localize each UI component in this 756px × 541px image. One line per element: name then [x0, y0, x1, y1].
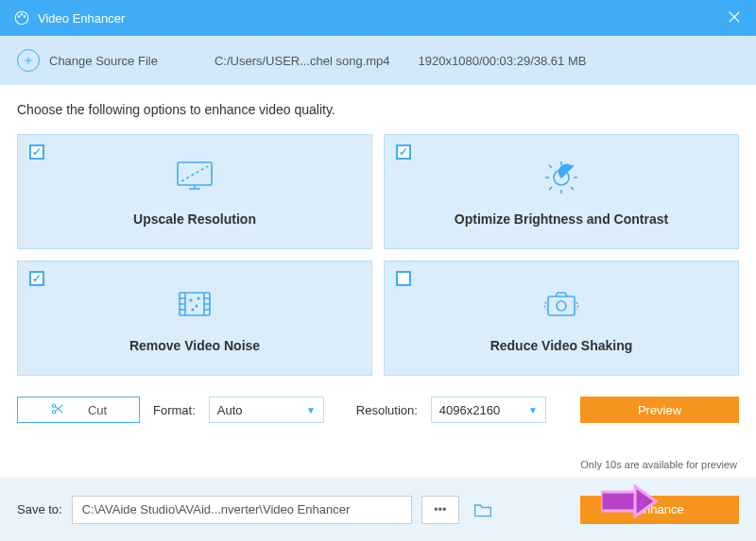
content-area: Choose the following options to enhance …	[0, 85, 756, 478]
save-to-label: Save to:	[17, 502, 62, 516]
film-icon	[172, 283, 217, 325]
svg-point-8	[196, 305, 198, 307]
svg-rect-11	[548, 296, 575, 315]
card-title: Upscale Resolution	[133, 211, 256, 227]
svg-point-9	[192, 309, 194, 311]
controls-row: Cut Format: Auto ▼ Resolution: 4096x2160…	[17, 397, 739, 423]
resolution-dropdown[interactable]: 4096x2160 ▼	[431, 397, 546, 423]
svg-point-12	[557, 301, 566, 311]
save-path-field[interactable]: C:\AVAide Studio\AVAid...nverter\Video E…	[72, 496, 412, 524]
palette-icon	[13, 9, 30, 26]
checkbox-noise[interactable]	[29, 271, 44, 286]
preview-note: Only 10s are available for preview	[580, 459, 737, 470]
file-meta: 1920x1080/00:03:29/38.61 MB	[419, 54, 587, 68]
footer-bar: Save to: C:\AVAide Studio\AVAid...nverte…	[0, 478, 756, 541]
caret-down-icon: ▼	[306, 405, 316, 415]
enhance-button[interactable]: Enhance	[580, 496, 739, 524]
titlebar: Video Enhancer	[0, 0, 756, 36]
app-title: Video Enhancer	[38, 11, 125, 25]
card-reduce-shaking[interactable]: Reduce Video Shaking	[384, 261, 739, 376]
cut-button[interactable]: Cut	[17, 397, 140, 423]
svg-point-2	[21, 14, 23, 16]
browse-button[interactable]: •••	[421, 496, 459, 524]
monitor-icon	[172, 157, 217, 198]
plus-icon	[17, 49, 40, 72]
file-path: C:/Users/USER...chel song.mp4	[215, 54, 390, 68]
instruction-text: Choose the following options to enhance …	[17, 102, 739, 117]
card-upscale-resolution[interactable]: Upscale Resolution	[17, 134, 372, 249]
format-value: Auto	[217, 403, 243, 417]
header-bar: Change Source File C:/Users/USER...chel …	[0, 36, 756, 85]
scissors-icon	[50, 401, 65, 419]
card-brightness-contrast[interactable]: Optimize Brightness and Contrast	[384, 134, 739, 249]
card-remove-noise[interactable]: Remove Video Noise	[17, 261, 372, 376]
save-path-value: C:\AVAide Studio\AVAid...nverter\Video E…	[82, 502, 351, 516]
svg-point-3	[24, 16, 26, 18]
svg-rect-4	[178, 162, 212, 185]
change-source-button[interactable]: Change Source File	[17, 49, 158, 72]
checkbox-upscale[interactable]	[29, 144, 44, 160]
camera-icon	[539, 283, 584, 325]
change-source-label: Change Source File	[49, 54, 158, 68]
card-title: Reduce Video Shaking	[490, 338, 633, 353]
close-button[interactable]	[726, 8, 743, 28]
format-dropdown[interactable]: Auto ▼	[209, 397, 324, 423]
card-title: Remove Video Noise	[129, 338, 260, 353]
resolution-value: 4096x2160	[439, 403, 500, 417]
checkbox-brightness[interactable]	[396, 144, 411, 160]
options-grid: Upscale Resolution Optimize Brightness a…	[17, 134, 739, 376]
format-label: Format:	[153, 403, 196, 417]
open-folder-button[interactable]	[469, 496, 497, 524]
cut-label: Cut	[88, 403, 107, 417]
preview-button[interactable]: Preview	[580, 397, 739, 423]
card-title: Optimize Brightness and Contrast	[455, 211, 668, 227]
checkbox-shaking[interactable]	[396, 271, 411, 286]
svg-point-7	[190, 299, 192, 301]
brightness-icon	[539, 157, 584, 198]
resolution-label: Resolution:	[356, 403, 418, 417]
svg-point-10	[198, 297, 199, 299]
svg-point-1	[18, 16, 20, 18]
caret-down-icon: ▼	[528, 405, 538, 415]
